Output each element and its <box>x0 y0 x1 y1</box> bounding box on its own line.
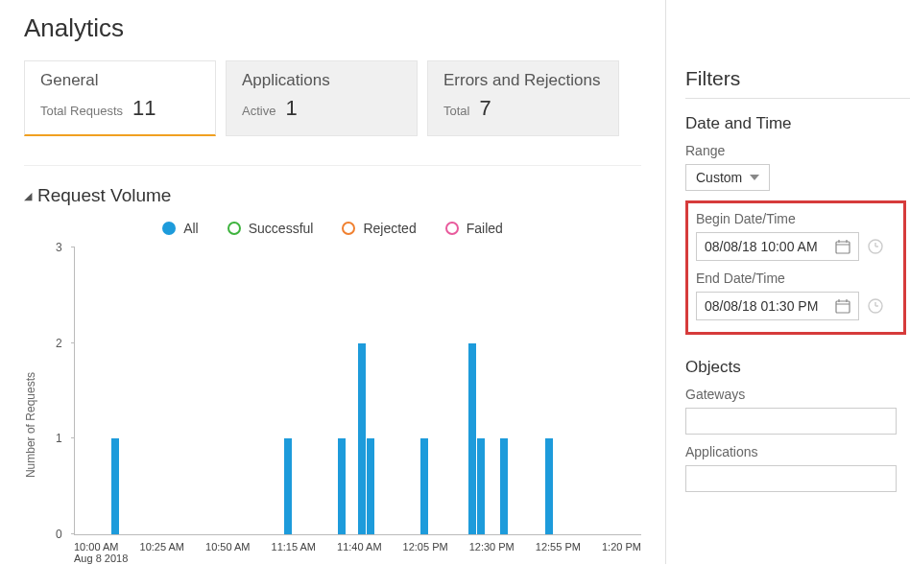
legend-failed[interactable]: Failed <box>445 221 503 236</box>
tab-title: Errors and Rejections <box>443 71 603 90</box>
x-tick: 12:55 PM <box>536 541 581 553</box>
tabs: General Total Requests 11 Applications A… <box>24 60 641 136</box>
legend-successful[interactable]: Successful <box>228 221 314 236</box>
begin-label: Begin Date/Time <box>696 211 896 226</box>
legend-rejected[interactable]: Rejected <box>342 221 416 236</box>
range-label: Range <box>685 143 910 158</box>
chart-bar <box>545 438 553 534</box>
tab-sub-label: Total Requests <box>40 104 123 118</box>
tab-sub-label: Active <box>242 104 275 118</box>
legend-label: All <box>183 221 199 236</box>
x-tick: 11:40 AM <box>337 541 381 553</box>
legend-ring-icon <box>228 222 241 235</box>
tab-value: 1 <box>285 96 297 121</box>
legend-label: Failed <box>467 221 503 236</box>
y-tick: 3 <box>56 241 62 254</box>
x-tick: 1:20 PM <box>602 541 641 553</box>
tab-applications[interactable]: Applications Active 1 <box>226 60 418 136</box>
chart-bar <box>338 438 346 534</box>
clock-icon[interactable] <box>867 297 884 315</box>
chevron-down-icon <box>750 175 759 180</box>
x-axis-subtitle: Aug 8 2018 <box>74 553 641 564</box>
divider <box>685 98 910 99</box>
gateways-select[interactable] <box>685 408 897 435</box>
x-tick: 12:30 PM <box>469 541 515 553</box>
end-value: 08/08/18 01:30 PM <box>705 298 818 314</box>
chart-bar <box>500 438 508 534</box>
chart-bar <box>477 438 485 534</box>
svg-rect-0 <box>836 242 850 253</box>
datetime-highlight: Begin Date/Time 08/08/18 10:00 AM End Da… <box>685 200 906 335</box>
y-tick: 2 <box>56 337 62 350</box>
svg-rect-7 <box>836 301 850 313</box>
legend-dot-icon <box>162 222 176 235</box>
datetime-section-title: Date and Time <box>685 114 910 133</box>
tab-general[interactable]: General Total Requests 11 <box>24 60 216 136</box>
section-title: Request Volume <box>37 185 171 206</box>
legend-ring-icon <box>342 222 355 235</box>
x-tick: 12:05 PM <box>403 541 448 553</box>
x-axis: 10:00 AM10:25 AM10:50 AM11:15 AM11:40 AM… <box>74 535 641 553</box>
y-axis-label: Number of Requests <box>24 334 37 478</box>
chart-bar <box>367 438 374 534</box>
end-label: End Date/Time <box>696 270 896 286</box>
legend-ring-icon <box>445 222 459 235</box>
applications-select[interactable] <box>685 465 897 492</box>
chart-bar <box>358 343 366 534</box>
calendar-icon[interactable] <box>835 298 850 314</box>
range-value: Custom <box>696 170 742 185</box>
chart-legend: All Successful Rejected Failed <box>24 221 641 236</box>
x-tick: 10:25 AM <box>140 541 184 553</box>
x-tick: 10:50 AM <box>205 541 250 553</box>
clock-icon[interactable] <box>867 238 884 255</box>
tab-value: 11 <box>132 96 156 121</box>
gateways-label: Gateways <box>685 387 910 402</box>
y-tick: 0 <box>56 528 62 541</box>
divider <box>24 165 641 166</box>
objects-section-title: Objects <box>685 358 910 377</box>
chart-bar <box>111 438 119 534</box>
calendar-icon[interactable] <box>835 239 850 254</box>
legend-all[interactable]: All <box>162 221 199 236</box>
tab-title: Applications <box>242 71 401 90</box>
y-tick: 1 <box>56 432 62 445</box>
tab-errors[interactable]: Errors and Rejections Total 7 <box>427 60 619 136</box>
end-datetime-input[interactable]: 08/08/18 01:30 PM <box>696 292 859 320</box>
filters-panel: Filters Date and Time Range Custom Begin… <box>665 0 910 564</box>
legend-label: Successful <box>249 221 314 236</box>
x-tick: 11:15 AM <box>272 541 316 553</box>
tab-sub-label: Total <box>443 104 469 118</box>
collapse-toggle-icon[interactable]: ◢ <box>24 190 32 202</box>
applications-label: Applications <box>685 444 910 459</box>
begin-value: 08/08/18 10:00 AM <box>705 239 818 254</box>
tab-title: General <box>40 71 200 90</box>
filters-title: Filters <box>685 67 910 90</box>
tab-value: 7 <box>479 96 491 121</box>
legend-label: Rejected <box>363 221 416 236</box>
page-title: Analytics <box>24 13 641 43</box>
chart-bar <box>284 438 292 534</box>
chart-bar <box>468 343 476 534</box>
begin-datetime-input[interactable]: 08/08/18 10:00 AM <box>696 232 859 261</box>
chart-bar <box>420 438 428 534</box>
range-dropdown[interactable]: Custom <box>685 164 770 191</box>
x-tick: 10:00 AM <box>74 541 118 553</box>
request-volume-chart: 0123 10:00 AM10:25 AM10:50 AM11:15 AM11:… <box>45 247 641 564</box>
